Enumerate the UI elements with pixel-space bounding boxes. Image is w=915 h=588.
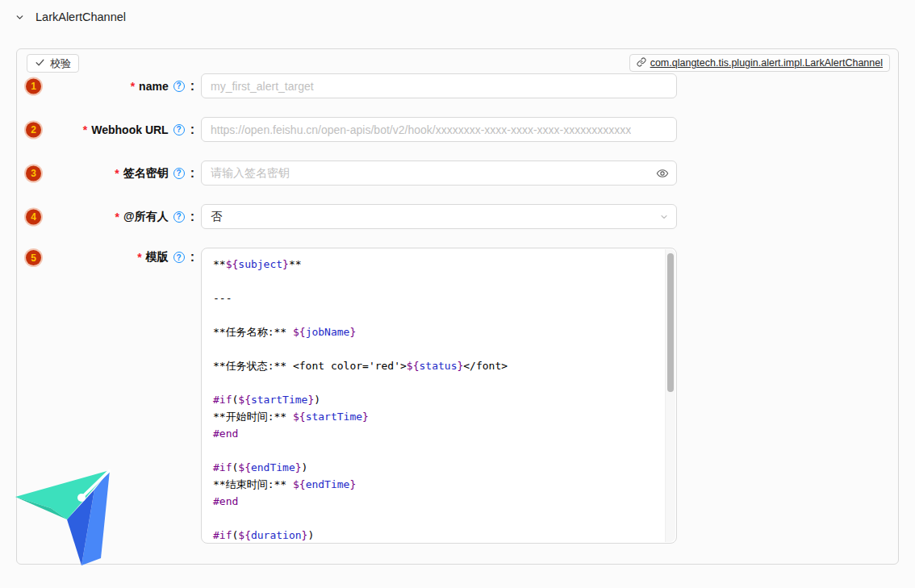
step-badge: 1	[26, 78, 41, 94]
field-control: **${subject}** --- **任务名称:** ${jobName} …	[201, 248, 677, 544]
code-token: }	[295, 461, 302, 473]
field-label-text: 签名密钥	[123, 166, 169, 181]
label-colon: :	[190, 210, 194, 224]
field-control: my_first_alert_target	[201, 73, 677, 98]
field-control: 请输入签名密钥	[201, 161, 677, 186]
code-line	[213, 374, 654, 391]
code-token: **开始时间:**	[213, 411, 293, 423]
required-asterisk: *	[131, 80, 135, 93]
code-line: **开始时间:** ${startTime}	[213, 408, 654, 425]
plugin-form-panel: 校验 com.qlangtech.tis.plugin.alert.impl.L…	[16, 48, 899, 565]
code-line	[213, 442, 654, 459]
code-token: ${	[293, 326, 306, 338]
form-row-name-input: 1*name?:my_first_alert_target	[17, 73, 898, 98]
step-badge: 2	[26, 122, 41, 137]
code-token: duration	[251, 529, 302, 541]
question-circle-icon[interactable]: ?	[173, 124, 185, 136]
field-control: 否	[201, 204, 677, 229]
code-token: </font>	[463, 360, 508, 372]
step-badge: 5	[26, 250, 41, 265]
select-value: 否	[211, 210, 222, 224]
eye-icon[interactable]	[656, 161, 669, 186]
field-label-text: 模版	[146, 250, 169, 265]
sign-secret-input[interactable]: 请输入签名密钥	[201, 161, 677, 186]
form-rows: 1*name?:my_first_alert_target2*Webhook U…	[17, 49, 898, 544]
validate-button-label: 校验	[50, 56, 71, 71]
code-blank	[213, 275, 219, 287]
chevron-down-icon[interactable]	[659, 204, 669, 229]
code-token: endTime	[306, 478, 350, 490]
template-editor[interactable]: **${subject}** --- **任务名称:** ${jobName} …	[201, 248, 677, 544]
code-token: ${	[238, 394, 251, 406]
code-token: )	[314, 394, 320, 406]
code-blank	[213, 512, 219, 524]
code-line	[213, 307, 654, 323]
form-row-webhook-url-input: 2*Webhook URL?:https://open.feishu.cn/op…	[17, 117, 898, 142]
code-lines: **${subject}** --- **任务名称:** ${jobName} …	[202, 248, 676, 544]
code-token: #if	[213, 529, 232, 541]
field-label: *Webhook URL?:	[56, 123, 194, 137]
question-circle-icon[interactable]: ?	[173, 211, 185, 223]
code-line	[213, 273, 654, 290]
required-asterisk: *	[83, 123, 87, 136]
input-placeholder: my_first_alert_target	[211, 80, 314, 93]
field-label: *签名密钥?:	[56, 166, 194, 181]
code-token: #end	[213, 427, 238, 440]
code-line: **结束时间:** ${endTime}	[213, 476, 654, 493]
question-circle-icon[interactable]: ?	[173, 81, 185, 92]
required-asterisk: *	[115, 167, 119, 180]
code-token: startTime	[251, 394, 307, 406]
plugin-class-link[interactable]: com.qlangtech.tis.plugin.alert.impl.Lark…	[629, 54, 890, 72]
plugin-class-link-label[interactable]: com.qlangtech.tis.plugin.alert.impl.Lark…	[650, 57, 883, 69]
validate-button[interactable]: 校验	[27, 54, 79, 73]
webhook-url-input[interactable]: https://open.feishu.cn/open-apis/bot/v2/…	[201, 117, 677, 142]
step-badge: 4	[26, 209, 41, 224]
code-token: ${	[407, 360, 420, 372]
code-token: **任务状态:** <font color='red'>	[213, 360, 407, 372]
field-label-text: name	[139, 80, 169, 93]
code-line	[213, 510, 654, 527]
code-token: #end	[213, 495, 238, 507]
code-token: ---	[213, 292, 232, 304]
code-token: }	[362, 411, 369, 423]
name-input[interactable]: my_first_alert_target	[201, 73, 677, 98]
link-icon	[637, 57, 646, 69]
code-line: #end	[213, 425, 654, 442]
code-token: jobName	[306, 326, 350, 338]
code-blank	[213, 343, 219, 355]
code-blank	[213, 309, 219, 321]
form-row-sign-secret-input: 3*签名密钥?:请输入签名密钥	[17, 161, 898, 186]
code-line	[213, 340, 654, 357]
editor-scrollbar-track	[665, 249, 675, 542]
field-label-text: Webhook URL	[91, 123, 168, 136]
chevron-down-icon[interactable]	[15, 12, 25, 23]
code-line: #if(${startTime})	[213, 391, 654, 408]
input-placeholder: 请输入签名密钥	[211, 166, 290, 181]
page-title: LarkAlertChannel	[36, 10, 126, 23]
editor-scrollbar-thumb[interactable]	[667, 253, 674, 392]
required-asterisk: *	[115, 211, 119, 223]
required-asterisk: *	[137, 251, 141, 264]
label-colon: :	[190, 79, 194, 94]
code-line: **${subject}**	[213, 256, 654, 273]
code-token: ${	[238, 461, 251, 473]
step-badge: 3	[26, 165, 41, 181]
code-token: #if	[213, 394, 232, 406]
field-control: https://open.feishu.cn/open-apis/bot/v2/…	[201, 117, 677, 142]
code-token: startTime	[306, 411, 362, 423]
label-colon: :	[190, 250, 194, 265]
question-circle-icon[interactable]: ?	[173, 168, 185, 179]
code-token: **	[213, 258, 226, 270]
input-placeholder: https://open.feishu.cn/open-apis/bot/v2/…	[211, 123, 631, 136]
form-row-template-editor: 5*模版?:**${subject}** --- **任务名称:** ${job…	[17, 248, 898, 544]
code-token: ${	[293, 411, 306, 423]
field-label: *name?:	[56, 79, 194, 94]
code-line: **任务状态:** <font color='red'>${status}</f…	[213, 357, 654, 374]
at-all-select[interactable]: 否	[201, 204, 677, 229]
section-header: LarkAlertChannel	[15, 10, 126, 23]
field-label-text: @所有人	[123, 210, 169, 224]
code-token: }	[349, 478, 356, 490]
code-token: **结束时间:**	[213, 478, 293, 490]
code-token: ${	[293, 478, 306, 490]
question-circle-icon[interactable]: ?	[173, 252, 185, 263]
